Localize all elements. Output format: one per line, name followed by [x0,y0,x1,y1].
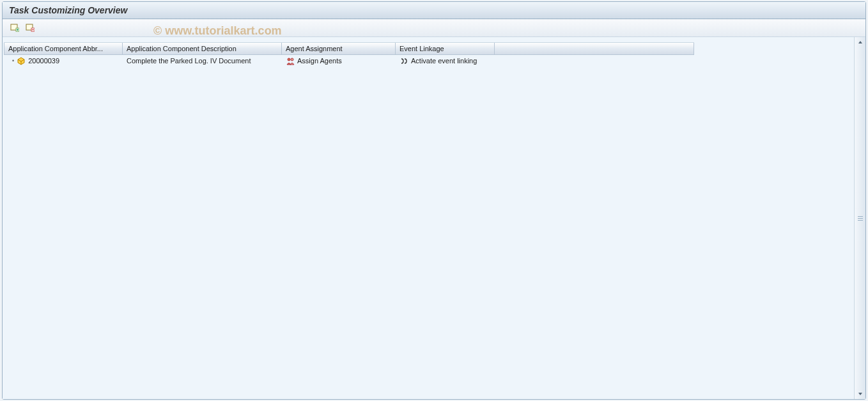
col-header-spacer [495,43,694,55]
toolbar [3,19,865,37]
scrollbar-grip-icon[interactable] [857,208,863,228]
assign-agents-link[interactable]: Assign Agents [282,56,396,66]
table-row[interactable]: • 20000039 Complete the Parked Log. I [4,55,694,67]
svg-point-8 [291,58,293,61]
tree-bullet-icon: • [12,58,14,64]
main-area: Application Component Abbr... Applicatio… [3,37,854,399]
vertical-scrollbar[interactable] [854,37,865,399]
app-window: Task Customizing Overview [2,1,866,400]
scroll-down-button[interactable] [855,389,865,399]
cell-agent-text: Assign Agents [297,57,342,65]
task-icon [17,57,26,65]
col-header-agent[interactable]: Agent Assignment [282,43,396,55]
col-header-abbr[interactable]: Application Component Abbr... [4,43,123,55]
svg-point-7 [288,58,290,61]
event-link-icon [399,57,408,65]
scroll-up-button[interactable] [855,37,865,47]
column-headers: Application Component Abbr... Applicatio… [4,42,694,55]
cell-abbr: • 20000039 [4,56,123,66]
page-title: Task Customizing Overview [9,5,127,15]
cell-event-text: Activate event linking [411,57,477,65]
cell-abbr-text: 20000039 [28,57,59,65]
collapse-all-button[interactable] [24,22,36,34]
collapse-all-icon [26,24,35,32]
cell-desc-text: Complete the Parked Log. IV Document [127,57,251,65]
grid: Application Component Abbr... Applicatio… [4,42,694,397]
expand-all-button[interactable] [9,22,20,34]
activate-event-link[interactable]: Activate event linking [396,56,495,66]
col-header-desc[interactable]: Application Component Description [123,43,282,55]
expand-all-icon [10,24,19,32]
agents-icon [286,57,295,65]
title-bar: Task Customizing Overview [3,2,865,19]
tree-node[interactable]: • 20000039 [8,57,59,65]
content-wrap: Application Component Abbr... Applicatio… [3,37,865,399]
cell-spacer [495,60,694,61]
col-header-event[interactable]: Event Linkage [396,43,495,55]
cell-desc: Complete the Parked Log. IV Document [123,56,282,65]
